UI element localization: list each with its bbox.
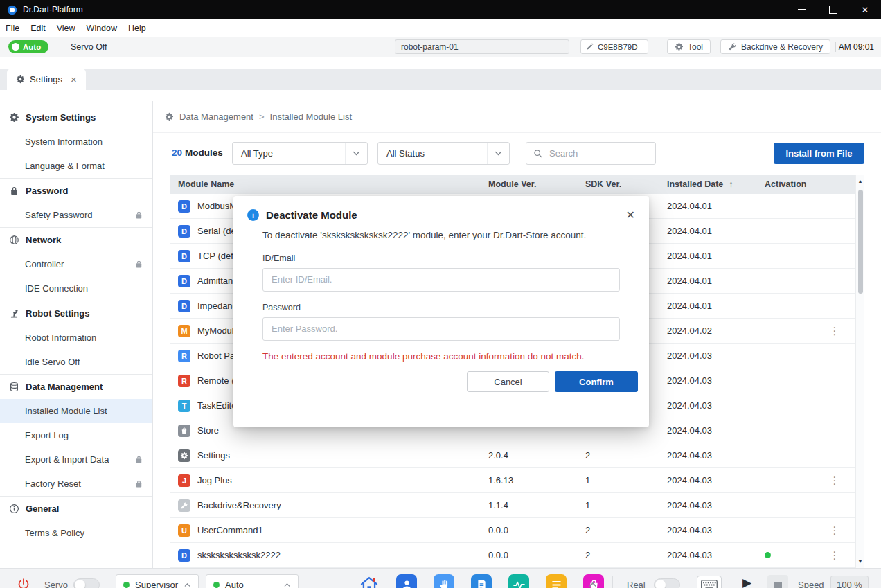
backdrive-button-label: Backdrive & Recovery bbox=[741, 42, 823, 52]
remote-icon: R bbox=[178, 375, 190, 387]
module-count-label: Modules bbox=[185, 148, 223, 158]
table-row-settings[interactable]: Settings2.0.422024.04.03 bbox=[170, 443, 855, 468]
real-mode-label: Real bbox=[627, 580, 646, 588]
sidebar-item-terms-policy[interactable]: Terms & Policy bbox=[0, 521, 152, 545]
status-dot-icon bbox=[123, 582, 130, 588]
tool-button[interactable]: Tool bbox=[667, 39, 711, 54]
mode-badge[interactable]: Auto bbox=[8, 40, 48, 53]
scroll-up-icon[interactable]: ▲ bbox=[858, 177, 863, 186]
monitoring-app-icon[interactable] bbox=[508, 574, 529, 588]
maximize-button[interactable] bbox=[817, 0, 849, 19]
sidebar-item-label: Terms & Policy bbox=[25, 528, 84, 538]
app-window: Dr.Dart-Platform ✕ FileEditViewWindowHel… bbox=[0, 0, 881, 588]
search-box[interactable] bbox=[526, 142, 656, 165]
user-role-dropdown[interactable]: Supervisor bbox=[116, 574, 199, 588]
header-installed-date[interactable]: Installed Date ↑ bbox=[661, 179, 755, 189]
task-editor-app-icon[interactable] bbox=[546, 574, 567, 588]
sidebar-section-system-settings[interactable]: System Settings bbox=[0, 105, 152, 130]
installed-date: 2024.04.03 bbox=[661, 400, 755, 411]
sidebar-item-language-format[interactable]: Language & Format bbox=[0, 154, 152, 178]
menu-view[interactable]: View bbox=[51, 24, 81, 33]
password-input[interactable] bbox=[262, 317, 620, 341]
sidebar-section-network[interactable]: Network bbox=[0, 228, 152, 252]
menu-bar: FileEditViewWindowHelp bbox=[0, 19, 881, 37]
cancel-button[interactable]: Cancel bbox=[467, 371, 549, 392]
table-row-usercommand1[interactable]: UUserCommand10.0.022024.04.03⋮ bbox=[170, 518, 855, 543]
sdk-version: 2 bbox=[582, 450, 661, 461]
power-icon[interactable] bbox=[17, 578, 30, 588]
dialog-close-icon[interactable]: ✕ bbox=[626, 208, 635, 222]
virtual-keyboard-button[interactable] bbox=[697, 576, 722, 588]
installed-date: 2024.04.03 bbox=[661, 350, 755, 361]
type-filter-dropdown[interactable]: All Type bbox=[232, 142, 368, 165]
module-count: 20Modules bbox=[172, 148, 223, 158]
dock-divider bbox=[310, 576, 310, 588]
kebab-menu-icon[interactable]: ⋮ bbox=[830, 325, 840, 337]
sidebar-item-idle-servo-off[interactable]: Idle Servo Off bbox=[0, 350, 152, 374]
table-row-backdrive-recovery[interactable]: Backdrive&Recovery1.1.412024.04.03 bbox=[170, 493, 855, 518]
tab-settings[interactable]: Settings × bbox=[7, 69, 86, 90]
sidebar-item-robot-information[interactable]: Robot Information bbox=[0, 326, 152, 350]
sort-ascending-icon[interactable]: ↑ bbox=[729, 179, 733, 189]
confirm-button[interactable]: Confirm bbox=[555, 371, 638, 392]
app-logo-icon bbox=[7, 5, 17, 15]
robot-param-input[interactable] bbox=[395, 39, 569, 54]
sidebar-section-robot-settings[interactable]: Robot Settings bbox=[0, 301, 152, 326]
dock-collapse-icon[interactable] bbox=[588, 580, 598, 588]
module-name: Jog Plus bbox=[197, 475, 232, 485]
breadcrumb-separator: > bbox=[259, 112, 265, 122]
close-button[interactable]: ✕ bbox=[849, 0, 881, 19]
installed-date: 2024.04.01 bbox=[661, 301, 755, 311]
real-mode-toggle[interactable] bbox=[654, 578, 680, 588]
breadcrumb-parent[interactable]: Data Management bbox=[179, 112, 253, 122]
menu-file[interactable]: File bbox=[0, 24, 25, 33]
sidebar-item-factory-reset[interactable]: Factory Reset bbox=[0, 472, 152, 496]
table-row-jog-plus[interactable]: JJog Plus1.6.1312024.04.03⋮ bbox=[170, 468, 855, 493]
sidebar-section-general[interactable]: General bbox=[0, 497, 152, 521]
status-filter-dropdown[interactable]: All Status bbox=[377, 142, 510, 165]
vertical-scrollbar[interactable]: ▲ ▼ bbox=[855, 175, 864, 568]
minimize-button[interactable] bbox=[785, 0, 817, 19]
sidebar-item-installed-module-list[interactable]: Installed Module List bbox=[0, 399, 152, 423]
installed-date: 2024.04.03 bbox=[661, 425, 755, 436]
sidebar-item-label: Factory Reset bbox=[25, 479, 81, 489]
info-icon: i bbox=[247, 209, 259, 221]
kebab-menu-icon[interactable]: ⋮ bbox=[830, 549, 840, 562]
sidebar-item-safety-password[interactable]: Safety Password bbox=[0, 203, 152, 227]
menu-window[interactable]: Window bbox=[81, 24, 123, 33]
play-button[interactable]: ▶ bbox=[742, 577, 751, 588]
search-input[interactable] bbox=[548, 148, 641, 159]
database-icon bbox=[9, 382, 19, 392]
sidebar-item-controller[interactable]: Controller bbox=[0, 252, 152, 276]
sidebar-section-data-management[interactable]: Data Management bbox=[0, 375, 152, 399]
kebab-menu-icon[interactable]: ⋮ bbox=[830, 524, 840, 537]
kebab-menu-icon[interactable]: ⋮ bbox=[830, 474, 840, 487]
sidebar-item-system-information[interactable]: System Information bbox=[0, 130, 152, 154]
sidebar-item-ide-connection[interactable]: IDE Connection bbox=[0, 276, 152, 301]
id-email-input[interactable] bbox=[262, 268, 620, 292]
menu-edit[interactable]: Edit bbox=[25, 24, 51, 33]
scrollbar-thumb[interactable] bbox=[858, 190, 863, 294]
lock-icon bbox=[134, 211, 143, 220]
scroll-down-icon[interactable]: ▼ bbox=[858, 557, 863, 566]
device-id-badge[interactable]: C9E8B79D bbox=[580, 39, 648, 54]
home-app-icon[interactable] bbox=[359, 574, 380, 588]
jog-app-icon[interactable] bbox=[434, 574, 454, 588]
task-writer-app-icon[interactable] bbox=[471, 574, 492, 588]
sidebar-item-export-log[interactable]: Export Log bbox=[0, 423, 152, 447]
lock-icon bbox=[134, 479, 143, 488]
deactivate-module-dialog: i Deactivate Module ✕ To deactivate 'sks… bbox=[233, 196, 649, 427]
stop-button[interactable] bbox=[767, 575, 788, 588]
install-from-file-button[interactable]: Install from File bbox=[774, 143, 864, 164]
operation-mode-value: Auto bbox=[225, 580, 244, 588]
operation-mode-dropdown[interactable]: Auto bbox=[206, 574, 299, 588]
menu-help[interactable]: Help bbox=[123, 24, 152, 33]
tab-close-icon[interactable]: × bbox=[71, 73, 77, 85]
servo-toggle[interactable] bbox=[73, 578, 100, 588]
robot-manager-app-icon[interactable] bbox=[396, 574, 417, 588]
table-row-sksksksksksksk2222[interactable]: Dsksksksksksksk22220.0.022024.04.03⋮ bbox=[170, 543, 855, 568]
sidebar-item-export-import-data[interactable]: Export & Import Data bbox=[0, 447, 152, 472]
backdrive-recovery-button[interactable]: Backdrive & Recovery bbox=[720, 39, 830, 54]
sidebar-section-password[interactable]: Password bbox=[0, 179, 152, 203]
store-icon bbox=[178, 425, 190, 437]
